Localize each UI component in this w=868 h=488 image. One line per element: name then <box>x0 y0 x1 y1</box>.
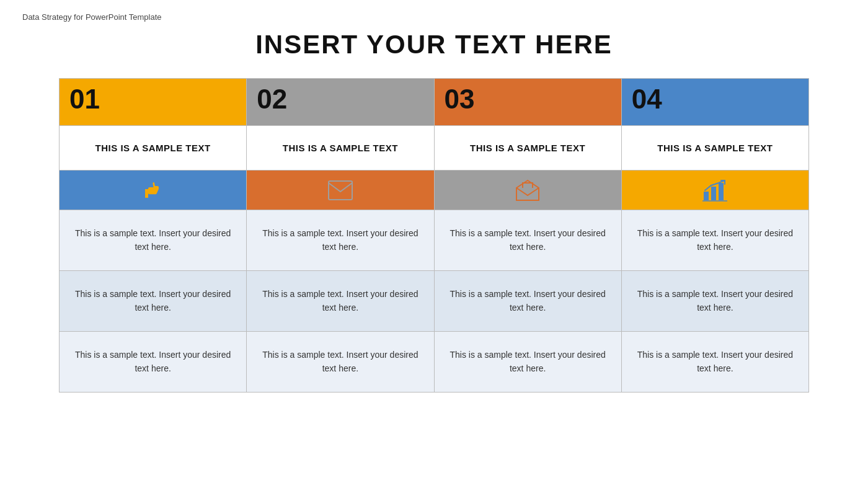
col1-row2-text: This is a sample text. Insert your desir… <box>60 271 247 332</box>
col2-icon-cell <box>247 171 434 210</box>
col1-row1-text: This is a sample text. Insert your desir… <box>60 210 247 271</box>
col2-row3-text: This is a sample text. Insert your desir… <box>247 332 434 393</box>
col3-row3-text: This is a sample text. Insert your desir… <box>435 332 622 393</box>
svg-rect-0 <box>329 181 352 200</box>
col1-icon-cell <box>60 171 247 210</box>
col3-title: THIS IS A SAMPLE TEXT <box>435 126 622 171</box>
page-title: INSERT YOUR TEXT HERE <box>0 0 868 78</box>
data-table: 01 02 03 04 THIS IS A SAMPLE TEXT THIS I… <box>59 78 809 393</box>
col3-icon-cell <box>435 171 622 210</box>
col4-row3-text: This is a sample text. Insert your desir… <box>622 332 809 393</box>
envelope-open-icon <box>515 179 540 202</box>
col4-title: THIS IS A SAMPLE TEXT <box>622 126 809 171</box>
col4-row1-text: This is a sample text. Insert your desir… <box>622 210 809 271</box>
table-grid: 01 02 03 04 THIS IS A SAMPLE TEXT THIS I… <box>59 78 809 393</box>
svg-rect-1 <box>704 192 709 200</box>
col4-row2-text: This is a sample text. Insert your desir… <box>622 271 809 332</box>
col2-header: 02 <box>247 79 434 126</box>
svg-rect-2 <box>711 187 716 200</box>
col4-header: 04 <box>622 79 809 126</box>
bar-chart-icon <box>702 179 727 202</box>
watermark-text: Data Strategy for PowerPoint Template <box>22 12 162 22</box>
col3-row1-text: This is a sample text. Insert your desir… <box>435 210 622 271</box>
col2-title: THIS IS A SAMPLE TEXT <box>247 126 434 171</box>
col4-icon-cell <box>622 171 809 210</box>
col1-header: 01 <box>60 79 247 126</box>
svg-rect-3 <box>719 183 724 200</box>
col3-header: 03 <box>435 79 622 126</box>
envelope-icon <box>328 180 353 200</box>
col1-title: THIS IS A SAMPLE TEXT <box>60 126 247 171</box>
col1-row3-text: This is a sample text. Insert your desir… <box>60 332 247 393</box>
thumbs-up-icon <box>141 179 165 202</box>
col3-row2-text: This is a sample text. Insert your desir… <box>435 271 622 332</box>
col2-row2-text: This is a sample text. Insert your desir… <box>247 271 434 332</box>
col2-row1-text: This is a sample text. Insert your desir… <box>247 210 434 271</box>
